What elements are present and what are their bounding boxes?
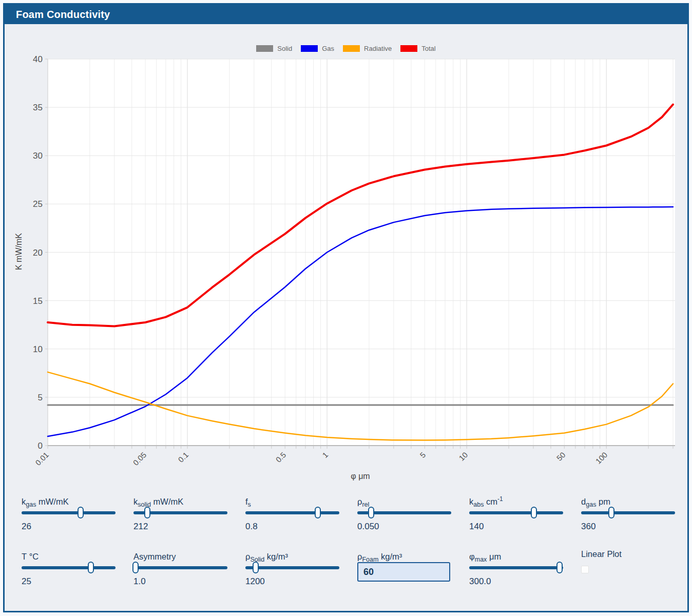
linear-plot-label: Linear Plot — [581, 547, 675, 561]
rhorel-value: 0.050 — [357, 522, 451, 532]
svg-text:0.5: 0.5 — [274, 450, 288, 464]
ksolid-control: ksolid mW/mK 212 — [133, 492, 227, 532]
fs-value: 0.8 — [245, 522, 339, 532]
title-bar: Foam Conductivity — [5, 5, 687, 24]
kabs-slider-thumb[interactable] — [531, 507, 537, 518]
svg-text:20: 20 — [33, 248, 43, 258]
phimax-slider[interactable] — [469, 561, 563, 574]
temperature-slider-thumb[interactable] — [88, 562, 94, 573]
svg-text:15: 15 — [33, 296, 43, 306]
phimax-control: φmax μm 300.0 — [469, 547, 563, 587]
legend-label-gas: Gas — [322, 45, 334, 52]
legend: SolidGasRadiativeTotal — [5, 45, 687, 52]
svg-text:0: 0 — [38, 441, 43, 451]
svg-text:100: 100 — [594, 450, 609, 466]
rhofoam-label: ρFoam kg/m³ — [357, 547, 451, 561]
rhorel-label: ρrel — [357, 492, 451, 506]
phimax-slider-thumb[interactable] — [556, 562, 563, 573]
rhosolid-value: 1200 — [245, 576, 339, 587]
asymmetry-slider-thumb[interactable] — [132, 562, 139, 573]
kgas-slider[interactable] — [22, 506, 116, 519]
kgas-label: kgas mW/mK — [22, 492, 116, 506]
temperature-label: T °C — [22, 547, 116, 561]
temperature-slider-track[interactable] — [22, 566, 116, 569]
temperature-value: 25 — [22, 576, 116, 587]
ksolid-value: 212 — [133, 522, 227, 532]
kgas-control: kgas mW/mK 26 — [22, 492, 116, 532]
dgas-slider-thumb[interactable] — [608, 507, 614, 518]
rhosolid-slider[interactable] — [245, 561, 339, 574]
asymmetry-label: Asymmetry — [133, 547, 227, 561]
legend-item-total[interactable]: Total — [400, 45, 435, 52]
rhosolid-slider-track[interactable] — [245, 566, 339, 569]
phimax-label: φmax μm — [469, 547, 563, 561]
chart-region: 05101520253035400.010.050.10.5151050100 … — [5, 24, 687, 492]
svg-text:40: 40 — [33, 54, 43, 64]
svg-text:30: 30 — [33, 151, 43, 161]
rhorel-slider-thumb[interactable] — [368, 507, 374, 518]
legend-swatch-radiative — [343, 45, 360, 52]
svg-text:35: 35 — [33, 103, 43, 112]
conductivity-plot[interactable]: 05101520253035400.010.050.10.5151050100 — [5, 24, 687, 492]
dgas-slider[interactable] — [581, 506, 675, 519]
legend-swatch-gas — [301, 45, 318, 52]
svg-text:25: 25 — [33, 199, 43, 209]
rhosolid-label: ρSolid kg/m³ — [245, 547, 339, 561]
linear-plot-control: Linear Plot — [581, 547, 675, 587]
kabs-slider[interactable] — [469, 506, 563, 519]
kgas-slider-track[interactable] — [22, 511, 116, 514]
fs-control: fs 0.8 — [245, 492, 339, 532]
rhorel-slider[interactable] — [357, 506, 451, 519]
svg-text:50: 50 — [555, 450, 567, 463]
legend-item-solid[interactable]: Solid — [256, 45, 292, 52]
legend-swatch-total — [400, 45, 417, 52]
app-window: Foam Conductivity 05101520253035400.010.… — [3, 3, 689, 612]
y-axis-title: K mW/mK — [14, 210, 24, 293]
legend-item-gas[interactable]: Gas — [301, 45, 334, 52]
kgas-value: 26 — [22, 522, 116, 532]
ksolid-slider[interactable] — [133, 506, 227, 519]
temperature-slider[interactable] — [22, 561, 116, 574]
fs-label: fs — [245, 492, 339, 506]
legend-item-radiative[interactable]: Radiative — [343, 45, 392, 52]
phimax-value: 300.0 — [469, 576, 563, 587]
linear-plot-checkbox[interactable] — [581, 566, 589, 573]
fs-slider-track[interactable] — [245, 511, 339, 514]
svg-text:5: 5 — [38, 393, 43, 402]
svg-text:5: 5 — [418, 450, 427, 459]
fs-slider-thumb[interactable] — [315, 507, 321, 518]
dgas-control: dgas pm 360 — [581, 492, 675, 532]
kabs-label: kabs cm-1 — [469, 492, 563, 506]
dgas-slider-track[interactable] — [581, 511, 675, 514]
svg-text:0.1: 0.1 — [176, 450, 190, 464]
svg-text:10: 10 — [33, 344, 43, 354]
legend-label-solid: Solid — [277, 45, 292, 52]
page-title: Foam Conductivity — [5, 9, 110, 21]
asymmetry-value: 1.0 — [133, 576, 227, 587]
asymmetry-control: Asymmetry 1.0 — [133, 547, 227, 587]
rhofoam-input[interactable] — [357, 562, 450, 582]
kgas-slider-thumb[interactable] — [78, 507, 84, 518]
rhosolid-control: ρSolid kg/m³ 1200 — [245, 547, 339, 587]
ksolid-label: ksolid mW/mK — [133, 492, 227, 506]
x-axis-title: φ μm — [309, 472, 412, 481]
svg-text:0.05: 0.05 — [131, 450, 148, 467]
kabs-value: 140 — [469, 522, 563, 532]
temperature-control: T °C 25 — [22, 547, 116, 587]
phimax-slider-track[interactable] — [469, 566, 563, 569]
fs-slider[interactable] — [245, 506, 339, 519]
dgas-label: dgas pm — [581, 492, 675, 506]
svg-text:10: 10 — [457, 450, 469, 463]
rhosolid-slider-thumb[interactable] — [253, 562, 259, 573]
svg-text:0.01: 0.01 — [33, 450, 50, 467]
legend-label-total: Total — [421, 45, 435, 52]
ksolid-slider-thumb[interactable] — [144, 507, 150, 518]
dgas-value: 360 — [581, 522, 675, 532]
legend-swatch-solid — [256, 45, 273, 52]
kabs-slider-track[interactable] — [469, 511, 563, 514]
asymmetry-slider[interactable] — [133, 561, 227, 574]
controls-panel: kgas mW/mK 26 ksolid mW/mK 212 fs 0.8 ρr… — [22, 492, 687, 587]
kabs-control: kabs cm-1 140 — [469, 492, 563, 532]
rhofoam-control: ρFoam kg/m³ — [357, 547, 451, 587]
asymmetry-slider-track[interactable] — [133, 566, 227, 569]
